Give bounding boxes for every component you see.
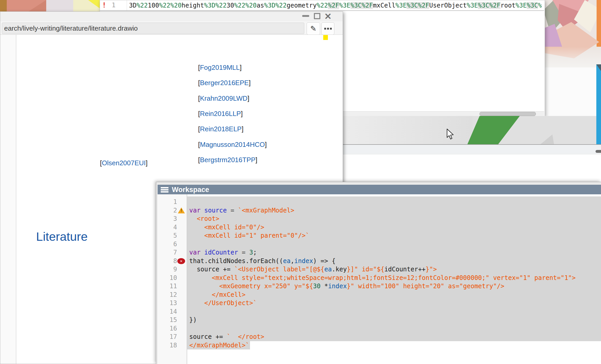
line-number: 5 (158, 231, 187, 240)
error-gutter-icon: ! (102, 1, 106, 9)
reference-label: Rein2016LLP (200, 110, 241, 118)
reference-link[interactable]: [Olsen2007EUI] (100, 159, 148, 167)
minimize-icon[interactable] (302, 15, 309, 17)
code-line: <root> (189, 215, 219, 223)
drawio-left-margin (0, 35, 16, 364)
hamburger-menu-icon[interactable] (161, 187, 168, 193)
code-line: </mxGraphModel>` (189, 341, 249, 349)
line-number: 13 (158, 299, 187, 307)
code-line: var source = `<mxGraphModel> (189, 206, 294, 215)
code-line: <mxCell style="text;whiteSpace=wrap;html… (189, 274, 576, 282)
code-lines: var source = `<mxGraphModel> <root> <mxC… (189, 198, 599, 353)
code-line: }) (189, 316, 197, 324)
code-line: <mxGeometry x="250" y="${30 *index}" wid… (189, 282, 504, 290)
pencil-icon: ✎ (310, 24, 316, 33)
background-white-band (343, 154, 601, 182)
reference-link[interactable]: [Fog2019MLL] (198, 64, 242, 72)
scrollbar-fragment (596, 150, 601, 153)
literature-heading: Literature (36, 229, 88, 244)
background-pattern-top-left (0, 0, 100, 11)
line-number: 15 (158, 316, 187, 324)
encoded-xml-code-line[interactable]: 3D%22100%22%20height%3D%2230%22%20as%3D%… (129, 1, 542, 10)
line-number: 3 (158, 215, 187, 223)
line-number-column: 12!345678✕9101112131415161718 (158, 194, 187, 364)
reference-label: Berger2016EPE (200, 79, 249, 87)
top-gutter-separator (127, 0, 127, 10)
code-line: source += `<UserObject label="[@${ea.key… (189, 265, 437, 273)
reference-link[interactable]: [Rein2018ELP] (198, 125, 244, 133)
background-blue-strip (596, 64, 601, 144)
line-number: 18 (158, 341, 187, 350)
line-number: 7 (158, 248, 187, 257)
reference-label: Bergstrm2016TPP (200, 156, 255, 164)
yellow-marker (323, 35, 328, 40)
line-number: 6 (158, 240, 187, 249)
top-strip-divider (100, 10, 544, 11)
drawio-left-margin-line (16, 35, 16, 364)
code-line: <mxCell id="0"/> (189, 223, 264, 231)
maximize-icon[interactable] (314, 13, 320, 19)
mouse-cursor-icon (447, 129, 455, 141)
ellipsis-icon (324, 28, 326, 30)
line-number: 2! (158, 206, 187, 215)
line-number: 14 (158, 307, 187, 316)
line-number: 12 (158, 291, 187, 299)
top-line-number: 1 (112, 1, 116, 9)
code-line: </UserObject>` (189, 299, 257, 307)
reference-link[interactable]: [Krahn2009LWD] (198, 94, 249, 102)
reference-label: Olsen2007EUI (102, 159, 146, 167)
reference-list: [Fog2019MLL][Berger2016EPE][Krahn2009LWD… (198, 64, 281, 173)
code-line: </mxCell> (189, 291, 246, 299)
drawio-titlebar[interactable] (0, 12, 343, 22)
line-number: 16 (158, 324, 187, 333)
code-line: var idCounter = 3; (189, 248, 257, 257)
warning-icon: ! (178, 208, 185, 214)
horizontal-scrollbar-thumb[interactable] (480, 112, 536, 116)
reference-label: Krahn2009LWD (200, 94, 247, 102)
line-number: 4 (158, 223, 187, 232)
edit-button[interactable]: ✎ (307, 22, 320, 35)
workspace-titlebar[interactable] (158, 185, 601, 194)
line-number: 10 (158, 274, 187, 282)
line-number: 9 (158, 265, 187, 274)
window-edge-band (343, 145, 601, 154)
line-number: 1 (158, 198, 187, 206)
workspace-title: Workspace (172, 186, 209, 194)
background-fade (543, 47, 601, 68)
code-line: <mxCell id="1" parent="0"/>` (189, 231, 309, 240)
line-number: 8✕ (158, 257, 187, 265)
error-icon: ✕ (177, 258, 185, 264)
code-line: source += ` </root> (189, 333, 264, 341)
line-number: 11 (158, 282, 187, 291)
reference-label: Magnusson2014HCO (200, 141, 265, 148)
reference-label: Rein2018ELP (200, 125, 241, 133)
file-path-input[interactable] (2, 23, 304, 34)
reference-link[interactable]: [Magnusson2014HCO] (198, 141, 267, 149)
reference-link[interactable]: [Bergstrm2016TPP] (198, 156, 257, 164)
reference-label: Fog2019MLL (200, 64, 240, 71)
reference-link[interactable]: [Berger2016EPE] (198, 79, 251, 87)
code-line: that.childNodes.forEach((ea,index) => { (189, 257, 336, 265)
reference-link[interactable]: [Rein2016LLP] (198, 110, 243, 118)
more-options-button[interactable] (321, 22, 334, 35)
line-number: 17 (158, 333, 187, 341)
close-icon[interactable]: ✕ (324, 11, 332, 21)
